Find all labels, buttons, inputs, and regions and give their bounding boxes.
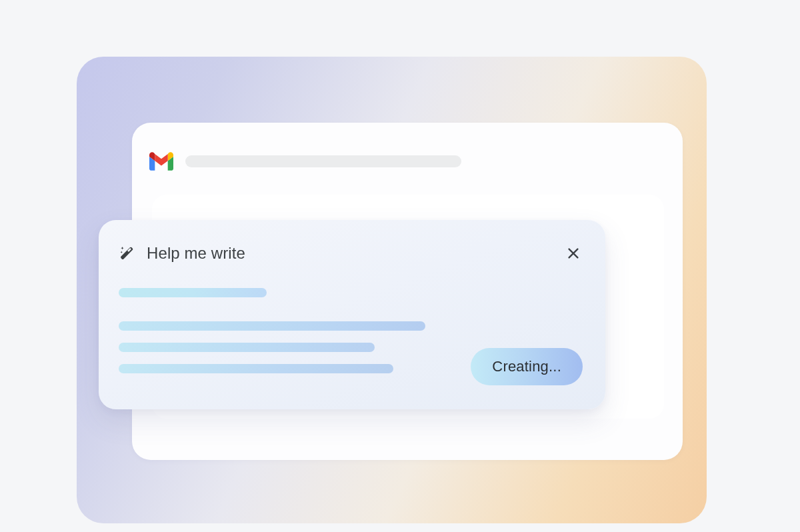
gmail-header — [149, 152, 461, 171]
card-title: Help me write — [147, 244, 551, 263]
skeleton-line — [119, 288, 267, 297]
card-header: Help me write — [119, 243, 584, 264]
gmail-icon — [149, 152, 173, 171]
skeleton-line — [119, 343, 375, 352]
skeleton-line — [119, 321, 425, 331]
creating-status-label: Creating... — [492, 358, 561, 375]
creating-status-pill: Creating... — [471, 348, 583, 385]
magic-wand-icon — [119, 245, 135, 261]
close-button[interactable] — [563, 243, 584, 264]
search-bar-placeholder[interactable] — [185, 155, 461, 167]
skeleton-line — [119, 364, 393, 373]
help-me-write-card: Help me write Creating... — [99, 220, 605, 409]
close-icon — [566, 246, 581, 261]
